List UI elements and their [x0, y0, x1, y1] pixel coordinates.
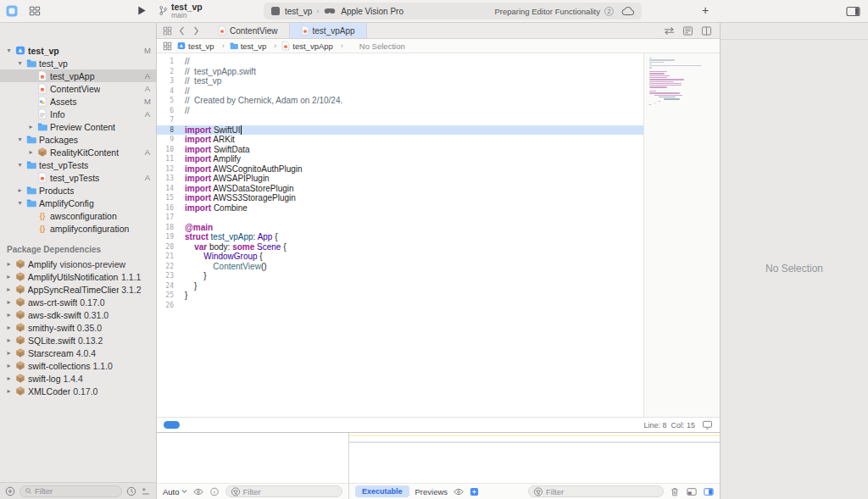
code-text[interactable]: import SwiftData	[177, 145, 250, 154]
run-button[interactable]	[136, 5, 147, 16]
scheme-target[interactable]: test_vp	[285, 7, 312, 16]
breadcrumb-item[interactable]: test_vpApp	[281, 41, 348, 51]
line-number[interactable]: 2	[157, 68, 177, 75]
package-dependency-item[interactable]: ▸ smithy-swift 0.35.0	[0, 321, 156, 334]
code-text[interactable]: }	[177, 291, 187, 300]
line-number[interactable]: 14	[157, 185, 177, 192]
code-line[interactable]: 3 // test_vp	[157, 76, 643, 86]
line-number[interactable]: 17	[157, 213, 177, 221]
navigator-filter-field[interactable]	[19, 485, 122, 497]
clear-console-icon[interactable]	[670, 487, 680, 496]
line-number[interactable]: 13	[157, 175, 177, 182]
line-number[interactable]: 10	[157, 146, 177, 153]
scheme-device[interactable]: Apple Vision Pro	[341, 7, 403, 16]
code-text[interactable]: import AWSCognitoAuthPlugin	[177, 164, 303, 174]
tree-item[interactable]: {} awsconfiguration	[0, 209, 156, 222]
bookmarks-navigator-icon[interactable]	[37, 27, 47, 37]
code-line[interactable]: 18 @main	[157, 223, 643, 233]
line-number[interactable]: 21	[157, 252, 177, 260]
code-line[interactable]: 19 struct test_vpApp: App {	[157, 232, 643, 242]
editor-tab[interactable]: ContentView	[207, 23, 290, 38]
code-text[interactable]: import SwiftUI	[177, 125, 242, 135]
tree-item[interactable]: Info A	[0, 108, 156, 120]
line-number[interactable]: 23	[157, 272, 177, 280]
breadcrumb-item[interactable]: test_vp	[177, 41, 230, 51]
tree-item[interactable]: ▾ test_vp	[0, 57, 156, 69]
split-editor-icon[interactable]	[701, 26, 712, 36]
file-inspector-icon[interactable]	[745, 25, 755, 36]
package-dependency-item[interactable]: ▸ aws-sdk-swift 0.31.0	[0, 308, 156, 321]
code-text[interactable]: import Amplify	[177, 154, 241, 164]
line-number[interactable]: 9	[157, 136, 177, 143]
recent-files-filter-icon[interactable]	[126, 486, 136, 496]
tree-item[interactable]: {} amplifyconfiguration	[0, 222, 156, 235]
disclosure-triangle[interactable]: ▸	[5, 260, 13, 268]
code-text[interactable]: import Combine	[177, 203, 248, 213]
code-text[interactable]: struct test_vpApp: App {	[177, 232, 278, 241]
console-filter-input[interactable]	[546, 487, 659, 496]
tab-grid-icon[interactable]	[163, 26, 172, 36]
disclosure-triangle[interactable]: ▾	[16, 199, 24, 207]
disclosure-triangle[interactable]: ▸	[5, 362, 13, 369]
line-number[interactable]: 3	[157, 77, 177, 85]
minimap[interactable]	[643, 53, 720, 417]
package-dependency-item[interactable]: ▸ swift-log 1.4.4	[0, 372, 156, 385]
line-number[interactable]: 26	[157, 302, 177, 309]
disclosure-triangle[interactable]: ▾	[5, 47, 13, 54]
disclosure-triangle[interactable]: ▸	[5, 374, 13, 382]
code-line[interactable]: 17	[157, 213, 643, 223]
disclosure-triangle[interactable]: ▾	[16, 161, 24, 169]
tree-item[interactable]: ▸ Products	[0, 184, 156, 197]
disclosure-triangle[interactable]: ▸	[5, 273, 13, 280]
debugger-icon[interactable]	[470, 487, 479, 496]
status-count-badge[interactable]: 2	[604, 7, 614, 16]
code-text[interactable]: //	[177, 57, 190, 66]
code-text[interactable]: }	[177, 281, 197, 291]
quick-help-inspector-icon[interactable]	[789, 25, 799, 36]
line-number[interactable]: 22	[157, 263, 177, 270]
code-line[interactable]: 4 //	[157, 86, 643, 97]
breakpoints-navigator-icon[interactable]	[114, 27, 124, 37]
code-line[interactable]: 16 import Combine	[157, 203, 643, 213]
source-editor[interactable]: 1 // 2 // test_vpApp.swift 3 // test_vp …	[157, 53, 643, 417]
source-control-navigator-icon[interactable]	[22, 27, 32, 37]
code-line[interactable]: 10 import SwiftData	[157, 145, 643, 155]
code-line[interactable]: 1 //	[157, 57, 643, 67]
disclosure-triangle[interactable]: ▸	[5, 311, 13, 319]
package-dependency-item[interactable]: ▸ SQLite.swift 0.13.2	[0, 334, 156, 347]
code-text[interactable]: ContentView()	[177, 262, 267, 271]
code-text[interactable]: // Created by Chernick, Adam on 2/10/24.	[177, 96, 342, 105]
code-text[interactable]: import ARKit	[177, 135, 235, 144]
code-text[interactable]: import AWSAPIPlugin	[177, 174, 270, 183]
tree-item[interactable]: ▾ test_vp M	[0, 44, 156, 57]
history-inspector-icon[interactable]	[767, 25, 777, 36]
attributes-inspector-icon[interactable]	[833, 25, 843, 36]
line-number[interactable]: 25	[157, 291, 177, 299]
tree-item[interactable]: Assets M	[0, 95, 156, 108]
line-number[interactable]: 6	[157, 107, 177, 114]
code-line[interactable]: 20 var body: some Scene {	[157, 242, 643, 252]
code-line[interactable]: 9 import ARKit	[157, 135, 643, 145]
back-button-icon[interactable]	[177, 26, 186, 36]
cloud-icon[interactable]	[621, 7, 635, 16]
line-number[interactable]: 1	[157, 58, 177, 65]
code-line[interactable]: 5 // Created by Chernick, Adam on 2/10/2…	[157, 96, 643, 106]
variables-filter-input[interactable]	[243, 487, 337, 496]
code-line[interactable]: 21 WindowGroup {	[157, 252, 643, 262]
disclosure-triangle[interactable]: ▾	[16, 136, 24, 143]
code-line[interactable]: 8 import SwiftUI	[157, 125, 643, 136]
code-line[interactable]: 11 import Amplify	[157, 154, 643, 164]
code-line[interactable]: 23 }	[157, 271, 643, 281]
line-number[interactable]: 8	[157, 126, 177, 134]
disclosure-triangle[interactable]: ▸	[5, 387, 13, 395]
variables-eye-icon[interactable]	[193, 487, 203, 496]
disclosure-triangle[interactable]: ▸	[5, 336, 13, 344]
code-line[interactable]: 7	[157, 115, 643, 125]
tree-item[interactable]: ▾ AmplifyConfig	[0, 197, 156, 209]
disclosure-triangle[interactable]: ▸	[5, 286, 13, 293]
console-eye-icon[interactable]	[453, 487, 464, 496]
package-dependency-item[interactable]: ▸ XMLCoder 0.17.0	[0, 385, 156, 397]
forward-button-icon[interactable]	[192, 26, 201, 36]
code-line[interactable]: 24 }	[157, 281, 643, 291]
code-review-icon[interactable]	[664, 26, 675, 36]
